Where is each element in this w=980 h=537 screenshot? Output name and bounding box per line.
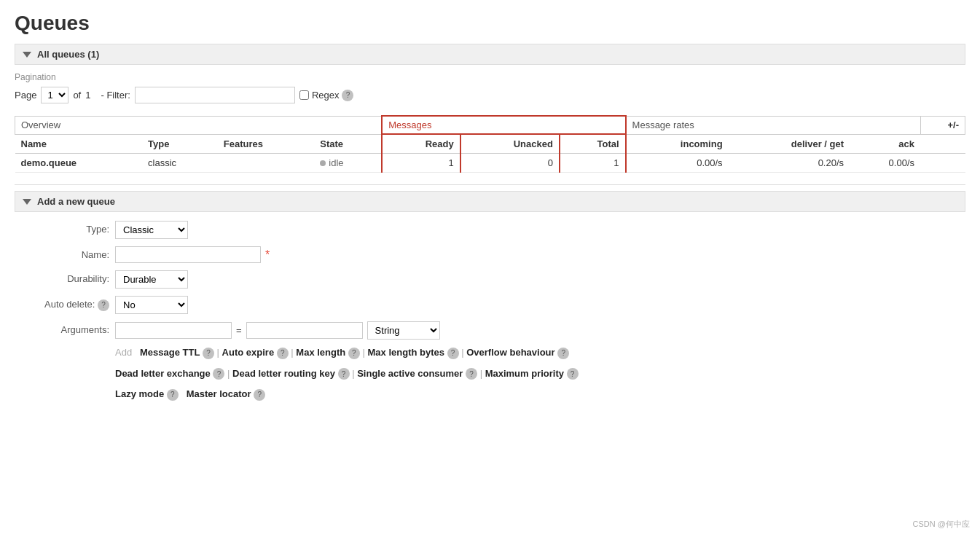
all-queues-label: All queues (1) [37,49,99,60]
filter-input[interactable] [135,87,295,103]
overflow-behaviour-help[interactable]: ? [557,348,569,359]
col-group-header-row: Overview Messages Message rates +/- [15,116,965,134]
durability-value: Durable Transient [115,270,670,289]
arg-link-single-active-consumer[interactable]: Single active consumer [357,368,463,379]
regex-label: Regex [312,90,340,101]
row-extra [920,154,965,173]
master-locator-help[interactable]: ? [254,389,265,401]
add-queue-header[interactable]: Add a new queue [15,191,965,212]
col-state: State [314,134,382,154]
row-features [218,154,314,173]
row-ack: 0.00/s [850,154,920,173]
arg-link-message-ttl[interactable]: Message TTL [140,347,200,358]
arg-link-lazy-mode[interactable]: Lazy mode [115,388,164,399]
arg-val-input[interactable] [246,322,363,339]
message-ttl-help[interactable]: ? [203,348,214,359]
page-label: Page [15,90,36,101]
pagination-label: Pagination [15,72,965,82]
arg-link-max-length-bytes[interactable]: Max length bytes [368,347,444,358]
collapse-icon [23,52,31,58]
auto-delete-help-icon[interactable]: ? [98,299,109,311]
col-ack: ack [850,134,920,154]
auto-delete-label: Auto delete: ? [15,296,109,314]
arguments-label: Arguments: [15,321,109,340]
of-value: 1 [85,90,90,101]
message-rates-group-label: Message rates [626,116,920,134]
queues-table: Overview Messages Message rates +/- Name… [15,115,965,173]
add-links-row1: Add Message TTL ? | Auto expire ? | Max … [115,347,670,359]
all-queues-header[interactable]: All queues (1) [15,44,965,65]
add-queue-section: Add a new queue Type: Classic Quorum Str… [15,191,965,401]
add-queue-collapse-icon [23,199,31,205]
max-length-bytes-help[interactable]: ? [447,348,459,359]
maximum-priority-help[interactable]: ? [567,368,579,380]
arg-link-max-length[interactable]: Max length [296,347,345,358]
arg-link-auto-expire[interactable]: Auto expire [222,347,275,358]
arg-link-maximum-priority[interactable]: Maximum priority [485,368,564,379]
regex-check: Regex ? [299,90,354,101]
row-unacked: 0 [460,154,560,173]
auto-expire-help[interactable]: ? [277,348,289,359]
dead-letter-exchange-help[interactable]: ? [213,368,224,380]
type-value: Classic Quorum Stream [115,221,670,239]
page-title: Queues [15,12,965,35]
of-label: of [73,90,81,101]
col-ready: Ready [382,134,460,154]
name-input[interactable] [115,246,261,263]
col-type: Type [142,134,218,154]
max-length-help[interactable]: ? [348,348,360,359]
arg-link-master-locator[interactable]: Master locator [187,388,251,399]
col-incoming: incoming [626,134,729,154]
row-name[interactable]: demo.queue [15,154,143,173]
row-total: 1 [560,154,626,173]
row-incoming: 0.00/s [626,154,729,173]
row-deliver-get: 0.20/s [729,154,850,173]
add-queue-form: Type: Classic Quorum Stream Name: * Dura… [15,221,670,401]
arg-type-select[interactable]: String Number Boolean [367,321,440,340]
plus-minus-btn[interactable]: +/- [920,116,965,134]
messages-group-label: Messages [382,116,625,134]
row-state: idle [314,154,382,173]
type-label: Type: [15,221,109,239]
add-queue-label: Add a new queue [37,196,115,207]
required-star: * [265,248,270,262]
col-features: Features [218,134,314,154]
col-extra [920,134,965,154]
overview-group-label: Overview [15,116,383,134]
queues-tbody: demo.queue classic idle 1 0 1 0.00/s 0.2… [15,154,965,173]
table-row: demo.queue classic idle 1 0 1 0.00/s 0.2… [15,154,965,173]
arg-link-overflow-behaviour[interactable]: Overflow behaviour [466,347,554,358]
row-ready: 1 [382,154,460,173]
col-deliver-get: deliver / get [729,134,850,154]
col-total: Total [560,134,626,154]
single-active-consumer-help[interactable]: ? [466,368,477,380]
name-label: Name: [15,246,109,263]
filter-label: - Filter: [101,90,130,101]
page-select[interactable]: 1 [41,87,68,103]
col-name: Name [15,134,143,154]
pagination-section: Pagination Page 1 of 1 - Filter: Regex ? [15,72,965,103]
arg-link-dead-letter-exchange[interactable]: Dead letter exchange [115,368,211,379]
queues-table-wrap: Overview Messages Message rates +/- Name… [15,115,965,173]
pagination-controls: Page 1 of 1 - Filter: Regex ? [15,87,965,103]
arg-link-dead-letter-routing-key[interactable]: Dead letter routing key [232,368,335,379]
type-select[interactable]: Classic Quorum Stream [115,221,188,239]
table-header-row: Name Type Features State Ready Unacked T… [15,134,965,154]
regex-checkbox[interactable] [299,90,309,100]
arg-key-input[interactable] [115,322,232,339]
add-links-row3: Lazy mode ? Master locator ? [115,388,670,401]
add-label: Add [115,347,132,358]
col-unacked: Unacked [460,134,560,154]
auto-delete-value: No Yes [115,296,670,314]
equals-sign: = [236,325,242,336]
regex-help-icon[interactable]: ? [342,90,353,101]
durability-label: Durability: [15,270,109,289]
dead-letter-routing-key-help[interactable]: ? [338,368,350,380]
name-value: * [115,246,670,263]
lazy-mode-help[interactable]: ? [167,389,179,401]
row-type: classic [142,154,218,173]
add-links-row2: Dead letter exchange ? | Dead letter rou… [115,368,670,380]
arguments-value: = String Number Boolean [115,321,670,340]
auto-delete-select[interactable]: No Yes [115,296,188,314]
durability-select[interactable]: Durable Transient [115,270,188,289]
